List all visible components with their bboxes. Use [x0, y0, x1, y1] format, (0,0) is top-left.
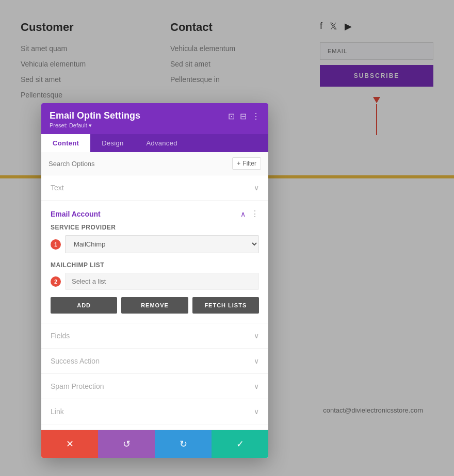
badge-1: 1 — [51, 239, 61, 250]
success-action-chevron-icon: ∨ — [254, 357, 259, 365]
remove-button[interactable]: REMOVE — [121, 297, 188, 314]
fullscreen-icon[interactable]: ⊡ — [228, 111, 235, 121]
filter-button[interactable]: + Filter — [232, 157, 261, 170]
email-account-title: Email Account — [51, 210, 101, 218]
cancel-button[interactable]: ✕ — [41, 430, 98, 458]
section-text[interactable]: Text ∨ — [41, 175, 268, 201]
save-icon: ✓ — [236, 438, 244, 450]
search-bar: + Filter — [41, 152, 268, 175]
filter-label: Filter — [242, 160, 256, 167]
tab-design[interactable]: Design — [90, 134, 135, 152]
panel-content: Text ∨ Email Account ∧ ⋮ Service Provide… — [41, 175, 268, 430]
redo-button[interactable]: ↻ — [155, 430, 212, 458]
more-options-icon[interactable]: ⋮ — [252, 111, 260, 121]
section-spam-protection[interactable]: Spam Protection ∨ — [41, 374, 268, 399]
panel-actions: ⊡ ⊟ ⋮ — [228, 110, 260, 121]
tab-content[interactable]: Content — [41, 134, 90, 152]
panel-preset[interactable]: Preset: Default ▾ — [50, 122, 228, 129]
add-button[interactable]: ADD — [51, 297, 117, 314]
section-link-label: Link — [51, 407, 64, 416]
tab-advanced[interactable]: Advanced — [135, 134, 188, 152]
action-buttons-row: ADD REMOVE FETCH LISTS — [51, 297, 259, 314]
link-chevron-icon: ∨ — [254, 407, 259, 416]
spam-protection-chevron-icon: ∨ — [254, 382, 259, 390]
email-account-body: Service Provider 1 MailChimp ConvertKit … — [41, 224, 268, 323]
badge-2: 2 — [51, 276, 61, 287]
undo-icon: ↺ — [123, 438, 131, 450]
email-account-more-icon[interactable]: ⋮ — [251, 209, 259, 219]
section-success-action[interactable]: Success Action ∨ — [41, 349, 268, 374]
email-account-chevron-icon: ∧ — [240, 210, 246, 218]
cancel-icon: ✕ — [66, 438, 74, 450]
panel-header: Email Optin Settings Preset: Default ▾ ⊡… — [41, 103, 268, 134]
section-text-label: Text — [51, 184, 64, 192]
columns-icon[interactable]: ⊟ — [240, 111, 247, 121]
settings-panel: Email Optin Settings Preset: Default ▾ ⊡… — [41, 103, 268, 458]
section-fields[interactable]: Fields ∨ — [41, 323, 268, 349]
filter-plus-icon: + — [237, 160, 240, 167]
panel-footer: ✕ ↺ ↻ ✓ — [41, 430, 268, 458]
service-provider-label: Service Provider — [51, 224, 259, 231]
fields-chevron-icon: ∨ — [254, 332, 259, 340]
email-account-icons: ∧ ⋮ — [240, 209, 259, 219]
service-provider-row: 1 MailChimp ConvertKit AWeber GetRespons… — [51, 235, 259, 253]
section-spam-protection-label: Spam Protection — [51, 382, 104, 390]
section-fields-label: Fields — [51, 332, 70, 340]
text-chevron-icon: ∨ — [254, 184, 259, 192]
panel-tabs: Content Design Advanced — [41, 134, 268, 152]
service-provider-select[interactable]: MailChimp ConvertKit AWeber GetResponse — [65, 235, 259, 253]
email-account-section: Email Account ∧ ⋮ Service Provider 1 Mai… — [41, 201, 268, 323]
section-success-action-label: Success Action — [51, 357, 100, 365]
undo-button[interactable]: ↺ — [98, 430, 155, 458]
email-account-header[interactable]: Email Account ∧ ⋮ — [41, 201, 268, 224]
fetch-lists-button[interactable]: FETCH LISTS — [192, 297, 259, 314]
search-input[interactable] — [48, 160, 232, 168]
section-link[interactable]: Link ∨ — [41, 399, 268, 424]
mailchimp-list-label: MailChimp List — [51, 261, 259, 269]
mailchimp-list-input[interactable] — [65, 273, 259, 290]
redo-icon: ↻ — [180, 438, 187, 450]
save-button[interactable]: ✓ — [212, 430, 268, 458]
mailchimp-list-row: 2 — [51, 273, 259, 290]
panel-title-area: Email Optin Settings Preset: Default ▾ — [50, 110, 228, 129]
panel-title: Email Optin Settings — [50, 110, 228, 121]
